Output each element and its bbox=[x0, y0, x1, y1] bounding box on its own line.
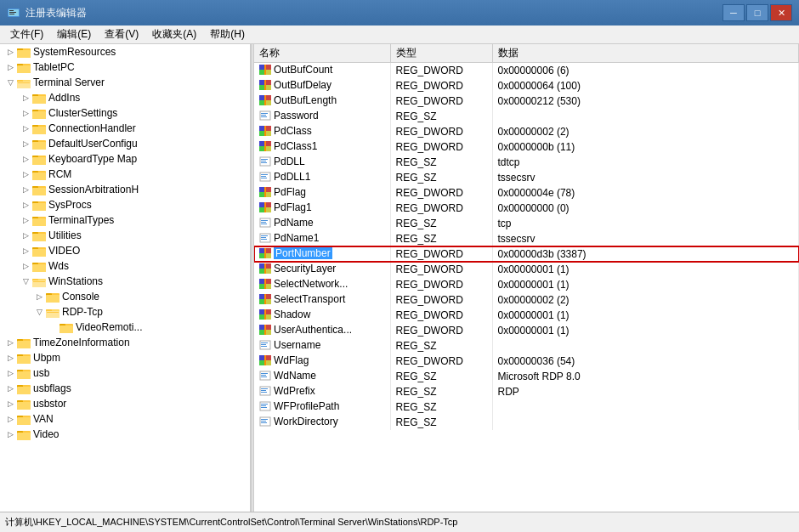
expand-icon[interactable]: ▷ bbox=[19, 244, 32, 258]
tree-panel[interactable]: ▷ SystemResources ▷ TabletPC ▽ Terminal … bbox=[0, 44, 251, 512]
tree-item-win-stations[interactable]: ▽ WinStations bbox=[0, 274, 250, 289]
tree-item-default-user-config[interactable]: ▷ DefaultUserConfigu bbox=[0, 136, 250, 151]
svg-rect-113 bbox=[261, 162, 267, 163]
svg-rect-2 bbox=[9, 10, 14, 11]
tree-label: usbflags bbox=[33, 382, 71, 394]
svg-rect-67 bbox=[17, 341, 31, 348]
table-row[interactable]: WorkDirectoryREG_SZ bbox=[254, 415, 799, 430]
table-row[interactable]: PasswordREG_SZ bbox=[254, 109, 799, 124]
table-row[interactable]: PdClass1REG_DWORD0x0000000b (11) bbox=[254, 139, 799, 155]
svg-rect-47 bbox=[32, 249, 46, 257]
expand-icon[interactable]: ▷ bbox=[19, 152, 32, 166]
tree-item-terminal-server[interactable]: ▽ Terminal Server bbox=[0, 75, 250, 90]
tree-item-timezone[interactable]: ▷ TimeZoneInformation bbox=[0, 335, 250, 350]
table-row[interactable]: PdFlagREG_DWORD0x0000004e (78) bbox=[254, 185, 799, 201]
expand-icon[interactable]: ▽ bbox=[19, 274, 32, 288]
expand-icon[interactable]: ▷ bbox=[19, 259, 32, 273]
tree-item-tabletpc[interactable]: ▷ TabletPC bbox=[0, 59, 250, 75]
table-row[interactable]: WdNameREG_SZMicrosoft RDP 8.0 bbox=[254, 369, 799, 384]
registry-panel: 名称 类型 数据 OutBufCountREG_DWORD0x00000006 … bbox=[254, 44, 799, 512]
table-row[interactable]: OutBufDelayREG_DWORD0x00000064 (100) bbox=[254, 78, 799, 93]
maximize-button[interactable]: □ bbox=[746, 4, 768, 21]
menu-favorites[interactable]: 收藏夹(A) bbox=[145, 25, 203, 43]
table-row[interactable]: WdFlagREG_DWORD0x00000036 (54) bbox=[254, 354, 799, 369]
table-row[interactable]: WdPrefixREG_SZRDP bbox=[254, 384, 799, 399]
expand-icon[interactable]: ▷ bbox=[19, 106, 32, 120]
expand-icon[interactable]: ▷ bbox=[19, 137, 32, 150]
expand-icon[interactable]: ▽ bbox=[32, 305, 46, 319]
table-row[interactable]: OutBufLengthREG_DWORD0x00000212 (530) bbox=[254, 93, 799, 109]
svg-rect-138 bbox=[259, 263, 264, 269]
expand-icon[interactable]: ▷ bbox=[19, 198, 32, 212]
table-row[interactable]: UsernameREG_SZ bbox=[254, 338, 799, 354]
tree-item-ubpm[interactable]: ▷ Ubpm bbox=[0, 350, 250, 365]
table-row[interactable]: PdNameREG_SZtcp bbox=[254, 216, 799, 231]
table-row[interactable]: PdClassREG_DWORD0x00000002 (2) bbox=[254, 124, 799, 139]
expand-icon[interactable]: ▷ bbox=[3, 45, 17, 59]
table-row[interactable]: PortNumberREG_DWORD0x00000d3b (3387) bbox=[254, 246, 799, 262]
expand-icon[interactable]: ▷ bbox=[3, 351, 17, 365]
tree-item-utilities[interactable]: ▷ Utilities bbox=[0, 228, 250, 243]
expand-icon[interactable]: ▷ bbox=[3, 427, 17, 441]
tree-item-rdp-tcp[interactable]: ▽ RDP-Tcp bbox=[0, 304, 250, 320]
table-row[interactable]: SecurityLayerREG_DWORD0x00000001 (1) bbox=[254, 262, 799, 277]
svg-rect-17 bbox=[32, 96, 46, 104]
expand-icon[interactable]: ▷ bbox=[3, 412, 17, 426]
expand-icon[interactable]: ▷ bbox=[3, 336, 17, 349]
expand-icon[interactable]: ▷ bbox=[19, 229, 32, 242]
tree-item-console[interactable]: ▷ Console bbox=[0, 289, 250, 304]
tree-item-sys-procs[interactable]: ▷ SysProcs bbox=[0, 197, 250, 212]
table-row[interactable]: SelectTransportREG_DWORD0x00000002 (2) bbox=[254, 292, 799, 308]
reg-data-cell: tcp bbox=[492, 216, 799, 231]
tree-item-wds[interactable]: ▷ Wds bbox=[0, 258, 250, 274]
tree-item-usbflags[interactable]: ▷ usbflags bbox=[0, 381, 250, 396]
table-row[interactable]: OutBufCountREG_DWORD0x00000006 (6) bbox=[254, 63, 799, 79]
svg-rect-129 bbox=[261, 224, 267, 224]
folder-icon bbox=[32, 214, 46, 226]
minimize-button[interactable]: ─ bbox=[722, 4, 745, 21]
expand-icon[interactable]: ▷ bbox=[19, 91, 32, 105]
close-button[interactable]: ✕ bbox=[770, 4, 792, 21]
menu-edit[interactable]: 编辑(E) bbox=[50, 25, 98, 43]
tree-item-video-remoting[interactable]: ▷ VideoRemoti... bbox=[0, 320, 250, 335]
tree-item-system-resources[interactable]: ▷ SystemResources bbox=[0, 44, 250, 59]
reg-data-cell: 0x00000064 (100) bbox=[492, 78, 799, 93]
table-row[interactable]: SelectNetwork...REG_DWORD0x00000001 (1) bbox=[254, 277, 799, 292]
table-row[interactable]: WFProfilePathREG_SZ bbox=[254, 399, 799, 415]
tree-item-keyboard-type-map[interactable]: ▷ KeyboardType Map bbox=[0, 151, 250, 167]
expand-icon[interactable]: ▷ bbox=[32, 290, 46, 303]
tree-item-addins[interactable]: ▷ AddIns bbox=[0, 90, 250, 105]
tree-item-video[interactable]: ▷ VIDEO bbox=[0, 243, 250, 258]
expand-icon[interactable]: ▽ bbox=[3, 76, 17, 89]
table-row[interactable]: PdFlag1REG_DWORD0x00000000 (0) bbox=[254, 201, 799, 216]
reg-type-cell: REG_DWORD bbox=[390, 124, 492, 139]
reg-name-cell: OutBufDelay bbox=[254, 78, 390, 93]
menu-help[interactable]: 帮助(H) bbox=[203, 25, 252, 43]
tree-item-video-root[interactable]: ▷ Video bbox=[0, 427, 250, 442]
table-row[interactable]: ShadowREG_DWORD0x00000001 (1) bbox=[254, 308, 799, 323]
menu-file[interactable]: 文件(F) bbox=[3, 25, 50, 43]
expand-icon[interactable]: ▷ bbox=[19, 167, 32, 181]
expand-icon[interactable]: ▷ bbox=[19, 213, 32, 227]
svg-rect-120 bbox=[266, 187, 271, 192]
expand-icon[interactable]: ▷ bbox=[3, 397, 17, 410]
table-row[interactable]: PdDLL1REG_SZtssecsrv bbox=[254, 170, 799, 185]
tree-item-connection-handler[interactable]: ▷ ConnectionHandler bbox=[0, 121, 250, 136]
svg-rect-162 bbox=[259, 355, 264, 360]
expand-icon[interactable]: ▷ bbox=[19, 183, 32, 196]
expand-icon[interactable]: ▷ bbox=[3, 382, 17, 395]
tree-item-rcm[interactable]: ▷ RCM bbox=[0, 167, 250, 182]
table-row[interactable]: UserAuthentica...REG_DWORD0x00000001 (1) bbox=[254, 323, 799, 338]
tree-item-terminal-types[interactable]: ▷ TerminalTypes bbox=[0, 212, 250, 228]
table-row[interactable]: PdName1REG_SZtssecsrv bbox=[254, 231, 799, 246]
menu-view[interactable]: 查看(V) bbox=[98, 25, 145, 43]
tree-item-cluster-settings[interactable]: ▷ ClusterSettings bbox=[0, 105, 250, 121]
tree-item-usb[interactable]: ▷ usb bbox=[0, 365, 250, 381]
tree-item-van[interactable]: ▷ VAN bbox=[0, 411, 250, 427]
tree-item-usbstor[interactable]: ▷ usbstor bbox=[0, 396, 250, 411]
tree-item-session-arb[interactable]: ▷ SessionArbitrationH bbox=[0, 182, 250, 197]
expand-icon[interactable]: ▷ bbox=[3, 60, 17, 74]
expand-icon[interactable]: ▷ bbox=[3, 366, 17, 380]
table-row[interactable]: PdDLLREG_SZtdtcp bbox=[254, 155, 799, 170]
expand-icon[interactable]: ▷ bbox=[19, 122, 32, 135]
